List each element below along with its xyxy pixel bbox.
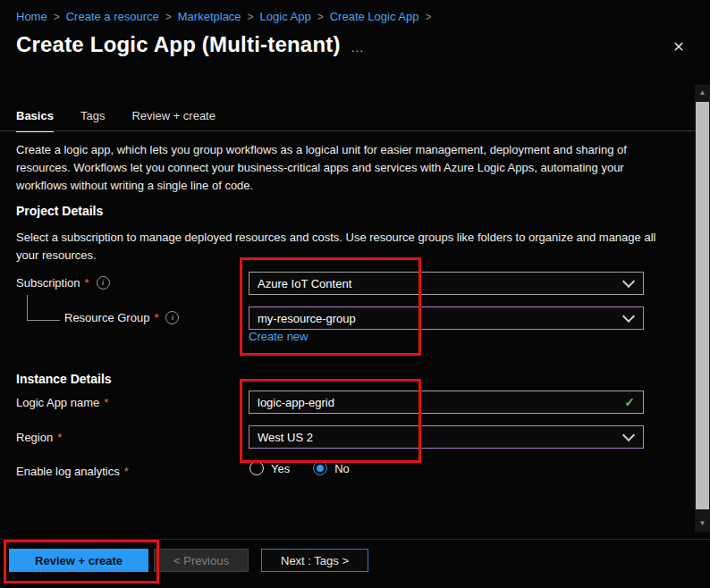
- log-analytics-yes-option[interactable]: Yes: [249, 461, 290, 475]
- scroll-up-icon[interactable]: ▲: [695, 86, 710, 100]
- region-label: Region *: [16, 431, 62, 444]
- required-asterisk: *: [57, 431, 62, 444]
- log-analytics-yes-radio[interactable]: [249, 461, 264, 475]
- tab-bar: Basics Tags Review + create: [16, 109, 216, 132]
- previous-button[interactable]: < Previous: [154, 549, 249, 572]
- required-asterisk: *: [154, 311, 158, 324]
- subscription-label-text: Subscription: [16, 276, 80, 290]
- subscription-value: Azure IoT Content: [258, 277, 351, 290]
- log-analytics-label: Enable log analytics *: [16, 465, 129, 478]
- breadcrumb-separator: >: [317, 11, 324, 23]
- tab-review-create[interactable]: Review + create: [131, 109, 216, 132]
- required-asterisk: *: [124, 465, 129, 478]
- footer-divider: [0, 539, 710, 540]
- breadcrumb-separator: >: [54, 11, 60, 23]
- instance-details-heading: Instance Details: [16, 372, 112, 386]
- logic-app-name-label: Logic App name *: [16, 396, 108, 409]
- tab-tags[interactable]: Tags: [80, 109, 105, 132]
- checkmark-icon: ✓: [624, 395, 635, 409]
- resource-group-value: my-resource-group: [258, 312, 356, 325]
- required-asterisk: *: [85, 276, 89, 290]
- log-analytics-no-option[interactable]: No: [313, 461, 350, 475]
- logic-app-name-label-text: Logic App name: [16, 396, 99, 409]
- resource-group-label-text: Resource Group: [64, 311, 149, 324]
- breadcrumb-item-create-logic-app[interactable]: Create Logic App: [330, 10, 419, 23]
- breadcrumb-item-logic-app[interactable]: Logic App: [260, 10, 311, 23]
- log-analytics-no-radio[interactable]: [313, 461, 327, 475]
- subscription-dropdown[interactable]: Azure IoT Content: [249, 272, 644, 295]
- region-label-text: Region: [16, 431, 53, 444]
- log-analytics-label-text: Enable log analytics: [16, 465, 120, 478]
- create-new-link[interactable]: Create new: [249, 330, 308, 343]
- logic-app-name-field[interactable]: ✓: [249, 391, 644, 414]
- create-logic-app-page: Home > Create a resource > Marketplace >…: [0, 0, 710, 588]
- logic-app-name-input[interactable]: [258, 396, 624, 409]
- subscription-label: Subscription * i: [16, 276, 110, 290]
- log-analytics-no-label: No: [334, 462, 350, 475]
- breadcrumb-separator: >: [248, 11, 254, 23]
- info-icon[interactable]: i: [165, 311, 179, 324]
- required-asterisk: *: [104, 396, 108, 409]
- page-title: Create Logic App (Multi-tenant): [16, 32, 341, 57]
- intro-text: Create a logic app, which lets you group…: [16, 141, 640, 195]
- tab-divider: [0, 130, 695, 131]
- log-analytics-radio-group: Yes No: [249, 461, 350, 475]
- tab-basics[interactable]: Basics: [16, 109, 54, 132]
- chevron-down-icon: [622, 310, 635, 323]
- chevron-down-icon: [622, 275, 635, 288]
- breadcrumb-item-marketplace[interactable]: Marketplace: [178, 10, 241, 23]
- breadcrumb-separator: >: [425, 11, 431, 23]
- breadcrumb-item-home[interactable]: Home: [16, 10, 47, 23]
- region-dropdown[interactable]: West US 2: [249, 425, 644, 449]
- review-create-button[interactable]: Review + create: [9, 549, 148, 572]
- breadcrumb-item-create-a-resource[interactable]: Create a resource: [66, 10, 159, 23]
- info-icon[interactable]: i: [97, 276, 110, 290]
- chevron-down-icon: [622, 429, 635, 441]
- region-value: West US 2: [258, 431, 313, 444]
- resource-group-label: Resource Group * i: [64, 311, 179, 324]
- breadcrumb: Home > Create a resource > Marketplace >…: [16, 10, 431, 23]
- close-icon[interactable]: ✕: [667, 36, 690, 59]
- project-details-heading: Project Details: [16, 204, 103, 218]
- next-tags-button[interactable]: Next : Tags >: [261, 549, 368, 572]
- resource-group-connector-line: [27, 295, 60, 321]
- log-analytics-yes-label: Yes: [271, 462, 290, 475]
- resource-group-dropdown[interactable]: my-resource-group: [249, 307, 644, 330]
- scroll-down-icon[interactable]: ▼: [695, 517, 710, 531]
- scrollbar-thumb[interactable]: [696, 102, 709, 509]
- project-details-description: Select a subscription to manage deployed…: [16, 229, 662, 265]
- breadcrumb-separator: >: [165, 11, 172, 23]
- title-ellipsis: …: [351, 39, 364, 55]
